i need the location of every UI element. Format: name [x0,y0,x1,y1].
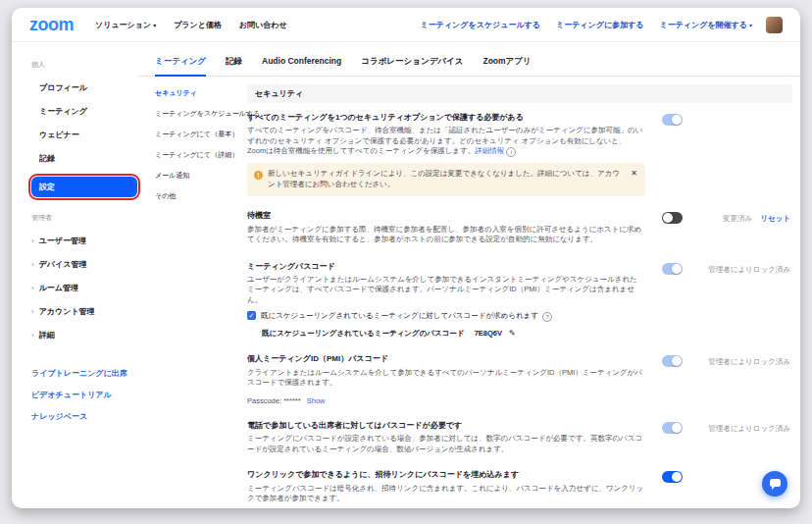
tab-meeting[interactable]: ミーティング [155,52,206,77]
sidebar-item-room-management[interactable]: ›ルーム管理 [31,283,137,293]
passcode-label: Passcode: [247,396,281,405]
chevron-right-icon: › [31,284,34,292]
info-icon[interactable]: i [506,147,516,157]
tab-recording[interactable]: 記録 [226,52,242,76]
chevron-right-icon: › [31,236,34,245]
sidebar-item-account-management[interactable]: ›アカウント管理 [31,306,137,317]
toggle-phone-passcode[interactable] [662,422,683,434]
sidebar-item-settings[interactable]: 設定 [31,177,137,197]
settings-tabs: ミーティング 記録 Audio Conferencing コラボレーションデバイ… [137,42,800,77]
chevron-right-icon: › [31,307,34,316]
passcode-masked: ****** [283,396,301,405]
chat-support-button[interactable] [762,471,787,497]
nav-plans-pricing[interactable]: プランと価格 [174,20,222,30]
passcode-required-checkbox-row: ✓ 既にスケジューリングされているミーティングに対してパスコードが求められます … [247,311,645,322]
sidebar-section-personal: 個人 [31,60,137,70]
sidebar-item-meetings[interactable]: ミーティング [39,106,137,117]
chat-bubble-icon [770,479,781,487]
checkbox-label: 既にスケジューリングされているミーティングに対してパスコードが求められます ? [261,311,552,322]
settings-panel: セキュリティ すべてのミーティングを1つのセキュリティオプションで保護する必要が… [247,77,800,508]
setting-description: 参加者がミーティングに参加する際、待機室に参加者を配置し、参加者の入室を個別に許… [247,225,644,245]
setting-row-pmi-passcode: 個人ミーティングID（PMI）パスコード クライアントまたはルームシステムを介し… [247,354,792,404]
subnav-in-meeting-advanced[interactable]: ミーティングにて（詳細） [155,150,247,160]
toggle-require-security-option[interactable] [662,114,683,126]
sidebar-link-video-tutorials[interactable]: ビデオチュートリアル [31,390,137,400]
nav-solutions[interactable]: ソリューション▾ [95,20,156,30]
row-status: 変更済みリセット [723,214,790,224]
chevron-down-icon: ▾ [749,23,752,28]
sidebar-section-admin: 管理者 [31,213,137,223]
toggle-pmi-passcode[interactable] [662,355,683,367]
subnav-other[interactable]: その他 [155,191,247,201]
toggle-waiting-room[interactable] [662,212,683,224]
passcode-value: 7E8Q6V [475,329,502,338]
show-passcode-link[interactable]: Show [307,396,326,405]
setting-description: クライアントまたはルームシステムを介して参加できるすべてのパーソナルミーティング… [247,368,644,389]
sidebar-link-live-training[interactable]: ライブトレーニングに出席 [31,368,137,379]
top-nav: ソリューション▾ プランと価格 お問い合わせ [95,20,287,30]
setting-description: すべてのミーティングをパスコード、待合室機能、または「認証されたユーザーのみがミ… [247,126,644,157]
setting-row-phone-passcode: 電話で参加している出席者に対してはパスコードが必要です ミーティングにパスコード… [247,421,792,454]
setting-description: ミーティングパスコードは暗号化され、招待リンクに含まれます。これにより、パスコー… [247,484,644,504]
locked-by-admin-label: 管理者によりロック済み [708,265,790,275]
top-actions: ミーティングをスケジュールする ミーティングに参加する ミーティングを開催する▾ [421,20,752,30]
passcode-label: 既にスケジューリングされているミーティングのパスコード [262,329,465,338]
top-header: zoom ソリューション▾ プランと価格 お問い合わせ ミーティングをスケジュー… [12,8,800,42]
body-row: 個人 プロフィール ミーティング ウェビナー 記録 設定 管理者 ›ユーザー管理… [12,42,800,508]
host-meeting-link[interactable]: ミーティングを開催する▾ [659,20,752,30]
alert-icon: ! [254,171,263,180]
sidebar-item-webinars[interactable]: ウェビナー [39,130,137,140]
setting-description: ユーザーがクライアントまたはルームシステムを介して参加できるインスタントミーティ… [247,275,644,306]
zoom-logo[interactable]: zoom [29,16,74,33]
scheduled-passcode-row: 既にスケジューリングされているミーティングのパスコード 7E8Q6V ✎ [262,329,645,339]
learn-more-link[interactable]: 詳細情報 [475,146,504,155]
chevron-down-icon: ▾ [153,23,156,28]
help-icon[interactable]: ? [542,312,552,322]
setting-title: ワンクリックで参加できるように、招待リンクにパスコードを埋め込みます [247,470,645,480]
close-icon[interactable]: ✕ [631,169,637,178]
sidebar-item-user-management[interactable]: ›ユーザー管理 [31,236,137,246]
setting-row-waiting-room: 待機室 参加者がミーティングに参加する際、待機室に参加者を配置し、参加者の入室を… [247,211,792,244]
sidebar-link-knowledge-base[interactable]: ナレッジベース [31,411,137,422]
toggle-meeting-passcode[interactable] [662,263,683,275]
sidebar-item-profile[interactable]: プロフィール [39,82,137,93]
locked-by-admin-label: 管理者によりロック済み [708,424,790,434]
sidebar-item-recordings[interactable]: 記録 [39,153,137,164]
reset-link[interactable]: リセット [760,214,790,223]
sidebar-item-settings-label: 設定 [39,183,55,191]
schedule-meeting-link[interactable]: ミーティングをスケジュールする [421,20,540,30]
subnav-security[interactable]: セキュリティ [155,88,247,98]
pmi-passcode-row: Passcode: ****** Show [247,396,645,405]
subnav: セキュリティ ミーティングをスケジュールする ミーティングにて（基本） ミーティ… [137,77,247,508]
sidebar-footer: ライブトレーニングに出席 ビデオチュートリアル ナレッジベース [31,368,137,422]
nav-contact[interactable]: お問い合わせ [239,20,287,30]
setting-title: 個人ミーティングID（PMI）パスコード [247,354,645,364]
edit-pencil-icon[interactable]: ✎ [509,329,516,338]
setting-row-meeting-passcode: ミーティングパスコード ユーザーがクライアントまたはルームシステムを介して参加で… [247,262,792,340]
content-row: セキュリティ ミーティングをスケジュールする ミーティングにて（基本） ミーティ… [137,77,800,508]
tab-zoom-apps[interactable]: Zoomアプリ [482,52,531,76]
chevron-right-icon: › [31,260,34,269]
tab-audio-conferencing[interactable]: Audio Conferencing [262,52,341,76]
tab-collaboration-devices[interactable]: コラボレーションデバイス [361,52,463,76]
modified-badge: 変更済み [723,214,752,223]
setting-title: すべてのミーティングを1つのセキュリティオプションで保護する必要がある [247,113,645,123]
sidebar: 個人 プロフィール ミーティング ウェビナー 記録 設定 管理者 ›ユーザー管理… [12,42,137,508]
toggle-embed-passcode[interactable] [662,471,683,483]
locked-by-admin-label: 管理者によりロック済み [708,357,790,367]
sidebar-item-device-management[interactable]: ›デバイス管理 [31,259,137,270]
checkbox-checked-icon[interactable]: ✓ [247,311,256,320]
locked-setting-notice: ! 新しいセキュリティガイドラインにより、この設定は変更できなくなりました。詳細… [247,163,645,196]
setting-row-require-security-option: すべてのミーティングを1つのセキュリティオプションで保護する必要がある すべての… [247,113,792,196]
section-header-security: セキュリティ [247,84,792,103]
avatar[interactable] [766,17,783,33]
subnav-in-meeting-basic[interactable]: ミーティングにて（基本） [155,130,247,139]
join-meeting-link[interactable]: ミーティングに参加する [556,20,644,30]
setting-title: 電話で参加している出席者に対してはパスコードが必要です [247,421,645,431]
subnav-schedule-meeting[interactable]: ミーティングをスケジュールする [155,109,247,119]
main-content: ミーティング 記録 Audio Conferencing コラボレーションデバイ… [137,42,800,508]
subnav-email-notification[interactable]: メール通知 [155,171,247,181]
setting-description: ミーティングにパスコードが設定されている場合、参加者に対しては、数字のパスコード… [247,434,644,454]
notice-text: 新しいセキュリティガイドラインにより、この設定は変更できなくなりました。詳細につ… [268,169,621,190]
sidebar-item-advanced[interactable]: ›詳細 [31,330,137,341]
